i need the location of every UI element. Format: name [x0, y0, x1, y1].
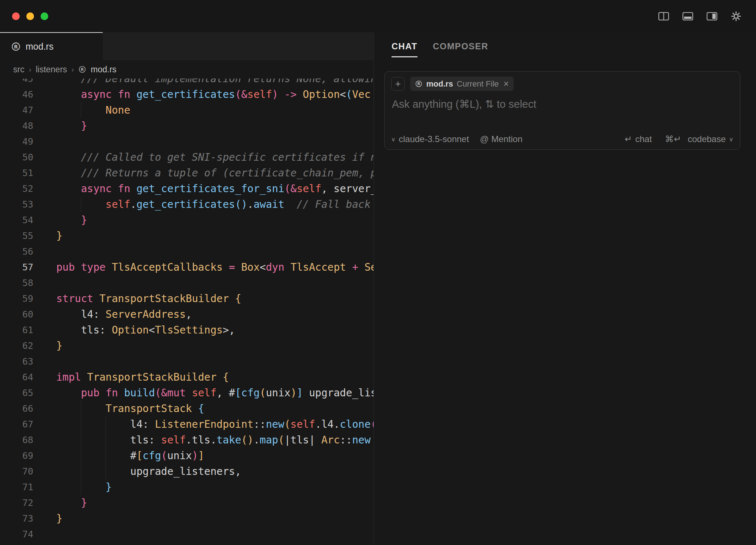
- toggle-secondary-sidebar-icon[interactable]: [706, 10, 718, 22]
- code-line[interactable]: 64impl TransportStackBuilder {: [0, 369, 374, 385]
- code-line[interactable]: 73}: [0, 511, 374, 526]
- code-line[interactable]: 50 /// Called to get SNI-specific certif…: [0, 149, 374, 165]
- line-number: 61: [0, 322, 33, 338]
- code-text: upgrade_listeners,: [33, 464, 241, 479]
- context-chip-status: Current File: [457, 79, 499, 89]
- svg-text:R: R: [81, 67, 84, 72]
- line-number: 48: [0, 118, 33, 134]
- settings-gear-icon[interactable]: [730, 10, 742, 22]
- line-number: 53: [0, 197, 33, 212]
- close-button[interactable]: [12, 12, 20, 20]
- code-text: l4: ServerAddress,: [33, 306, 192, 322]
- code-line[interactable]: 60 l4: ServerAddress,: [0, 306, 374, 322]
- chat-input[interactable]: Ask anything (⌘L), ⇅ to select: [391, 98, 733, 110]
- chat-input-footer: ∨ claude-3.5-sonnet @ Mention ↵ chat ⌘↵ …: [391, 134, 733, 144]
- tab-composer[interactable]: COMPOSER: [433, 41, 488, 52]
- breadcrumb: src › listeners › R mod.rs: [0, 60, 374, 79]
- mention-button[interactable]: @ Mention: [480, 134, 522, 144]
- breadcrumb-file[interactable]: mod.rs: [91, 65, 116, 75]
- code-line[interactable]: 46 async fn get_certificates(&self) -> O…: [0, 87, 374, 102]
- code-text: /// Default implementation returns None,…: [33, 79, 374, 87]
- code-line[interactable]: 61 tls: Option<TlsSettings>,: [0, 322, 374, 338]
- line-number: 66: [0, 401, 33, 416]
- code-text: l4: ListenerEndpoint::new(self.l4.clone(…: [33, 416, 374, 432]
- breadcrumb-listeners[interactable]: listeners: [36, 65, 67, 75]
- code-line[interactable]: 66 TransportStack {: [0, 401, 374, 416]
- enter-key-icon: ↵: [625, 134, 632, 144]
- add-context-button[interactable]: +: [391, 77, 405, 91]
- code-line[interactable]: 53 self.get_certificates().await // Fall…: [0, 197, 374, 212]
- breadcrumb-src[interactable]: src: [13, 65, 24, 75]
- code-line[interactable]: 54 }: [0, 212, 374, 228]
- code-text: /// Returns a tuple of (certificate_chai…: [33, 165, 374, 181]
- window-controls: [12, 12, 48, 20]
- line-number: 73: [0, 511, 33, 526]
- chevron-down-icon: ∨: [729, 136, 733, 143]
- code-line[interactable]: 59struct TransportStackBuilder {: [0, 291, 374, 306]
- codebase-label: codebase: [688, 134, 726, 144]
- code-text: [33, 134, 56, 149]
- code-line[interactable]: 52 async fn get_certificates_for_sni(&se…: [0, 181, 374, 197]
- chat-input-box[interactable]: + R mod.rs Current File × Ask anything (…: [384, 71, 740, 150]
- code-line[interactable]: 49: [0, 134, 374, 149]
- code-line[interactable]: 57pub type TlsAcceptCallbacks = Box<dyn …: [0, 259, 374, 275]
- code-line[interactable]: 55}: [0, 228, 374, 244]
- code-editor[interactable]: 45 /// Default implementation returns No…: [0, 79, 374, 545]
- toggle-panel-icon[interactable]: [681, 10, 694, 22]
- code-text: None: [33, 102, 130, 118]
- code-text: }: [33, 495, 87, 511]
- context-chips-row: + R mod.rs Current File ×: [391, 77, 733, 91]
- code-line[interactable]: 65 pub fn build(&mut self, #[cfg(unix)] …: [0, 385, 374, 401]
- code-text: pub fn build(&mut self, #[cfg(unix)] upg…: [33, 385, 374, 401]
- cmd-enter-key-icon: ⌘↵: [665, 134, 681, 144]
- line-number: 56: [0, 244, 33, 259]
- code-line[interactable]: 74: [0, 526, 374, 542]
- code-line[interactable]: 48 }: [0, 118, 374, 134]
- code-text: async fn get_certificates(&self) -> Opti…: [33, 87, 371, 102]
- tab-chat[interactable]: CHAT: [392, 41, 417, 52]
- code-text: }: [33, 338, 63, 354]
- tab-label: mod.rs: [26, 41, 53, 52]
- line-number: 63: [0, 354, 33, 369]
- code-text: }: [33, 228, 63, 244]
- code-line[interactable]: 58: [0, 275, 374, 291]
- split-editor-icon[interactable]: [657, 10, 670, 22]
- chevron-right-icon: ›: [71, 65, 74, 74]
- code-line[interactable]: 68 tls: self.tls.take().map(|tls| Arc::n…: [0, 432, 374, 448]
- code-text: self.get_certificates().await // Fall ba…: [33, 197, 371, 212]
- line-number: 69: [0, 448, 33, 464]
- code-line[interactable]: 69 #[cfg(unix)]: [0, 448, 374, 464]
- tab-mod-rs[interactable]: R mod.rs: [0, 32, 103, 60]
- code-text: [33, 354, 56, 369]
- code-text: #[cfg(unix)]: [33, 448, 204, 464]
- line-number: 72: [0, 495, 33, 511]
- code-line[interactable]: 63: [0, 354, 374, 369]
- line-number: 59: [0, 291, 33, 306]
- line-number: 64: [0, 369, 33, 385]
- code-text: }: [33, 118, 87, 134]
- line-number: 60: [0, 306, 33, 322]
- code-line[interactable]: 70 upgrade_listeners,: [0, 464, 374, 479]
- editor-region: R mod.rs src › listeners › R mod.rs 45 /…: [0, 32, 374, 545]
- code-text: struct TransportStackBuilder {: [33, 291, 241, 306]
- code-text: tls: Option<TlsSettings>,: [33, 322, 235, 338]
- code-line[interactable]: 67 l4: ListenerEndpoint::new(self.l4.clo…: [0, 416, 374, 432]
- context-chip-current-file[interactable]: R mod.rs Current File ×: [410, 77, 514, 91]
- code-line[interactable]: 51 /// Returns a tuple of (certificate_c…: [0, 165, 374, 181]
- send-chat-label: chat: [635, 134, 652, 144]
- code-line[interactable]: 62}: [0, 338, 374, 354]
- codebase-button[interactable]: ⌘↵ codebase ∨: [665, 134, 733, 144]
- model-selector[interactable]: ∨ claude-3.5-sonnet: [391, 134, 469, 144]
- close-icon[interactable]: ×: [503, 79, 509, 89]
- code-line[interactable]: 72 }: [0, 495, 374, 511]
- minimize-button[interactable]: [26, 12, 34, 20]
- code-line[interactable]: 45 /// Default implementation returns No…: [0, 79, 374, 87]
- model-name: claude-3.5-sonnet: [399, 134, 469, 144]
- code-line[interactable]: 56: [0, 244, 374, 259]
- line-number: 67: [0, 416, 33, 432]
- send-chat-button[interactable]: ↵ chat: [625, 134, 652, 144]
- main-area: R mod.rs src › listeners › R mod.rs 45 /…: [0, 32, 756, 545]
- maximize-button[interactable]: [41, 12, 48, 20]
- code-line[interactable]: 71 }: [0, 479, 374, 495]
- code-line[interactable]: 47 None: [0, 102, 374, 118]
